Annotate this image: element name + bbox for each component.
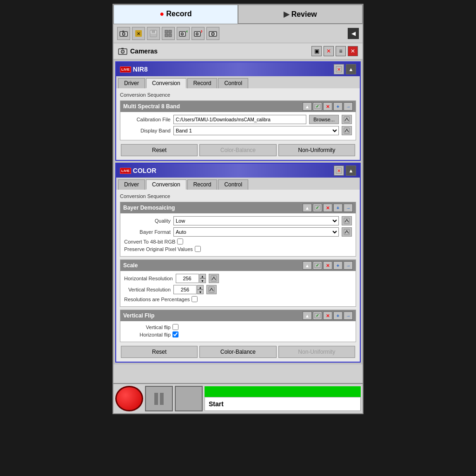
bayer-preserve-label: Preserve Original Pixel Values bbox=[124, 246, 193, 252]
bayer-preserve-row: Preserve Original Pixel Values bbox=[124, 246, 352, 252]
toolbar-btn-grid[interactable] bbox=[162, 27, 175, 40]
nir8-colorbalance-btn[interactable]: Color-Balance bbox=[199, 144, 276, 156]
nir8-calibration-input[interactable] bbox=[173, 115, 306, 124]
nir8-browse-btn[interactable]: Browse... bbox=[309, 115, 339, 124]
stop-btn-large[interactable] bbox=[175, 386, 203, 411]
bayer-add[interactable]: + bbox=[333, 204, 343, 212]
scale-add[interactable]: + bbox=[333, 261, 343, 270]
color-tab-control[interactable]: Control bbox=[218, 179, 248, 190]
nir8-ms8band-delete[interactable]: ✕ bbox=[323, 102, 332, 111]
toolbar-btn-settings[interactable]: ✕ bbox=[132, 27, 145, 40]
scale-hres-spinbox: ▲ ▼ bbox=[176, 274, 206, 283]
cameras-ctrl-close[interactable]: ✕ bbox=[348, 46, 358, 56]
bayer-move[interactable]: → bbox=[344, 204, 353, 212]
start-label[interactable]: Start bbox=[205, 397, 361, 411]
vflip-delete[interactable]: ✕ bbox=[323, 311, 332, 320]
color-panel-body: Conversion Sequence Bayer Demosaicing ▲ … bbox=[116, 190, 360, 362]
scale-hres-icon-btn[interactable] bbox=[209, 274, 219, 283]
vflip-hflip-label: Horizontal flip bbox=[124, 332, 171, 337]
svg-rect-11 bbox=[169, 34, 172, 37]
bayer-format-label: Bayer Format bbox=[124, 229, 171, 235]
tab-record[interactable]: ● Record bbox=[113, 5, 238, 24]
color-nonuniformity-btn[interactable]: Non-Uniformity bbox=[278, 346, 355, 358]
svg-rect-22 bbox=[121, 48, 124, 49]
scale-vres-icon-btn[interactable] bbox=[206, 285, 217, 294]
toolbar-btn-add-camera[interactable]: + bbox=[177, 27, 190, 40]
color-tab-driver[interactable]: Driver bbox=[118, 179, 145, 190]
svg-rect-2 bbox=[122, 31, 124, 32]
svg-rect-10 bbox=[165, 34, 168, 37]
color-tab-conversion[interactable]: Conversion bbox=[146, 179, 186, 190]
bayer-quality-select[interactable]: Low bbox=[173, 216, 339, 225]
color-tab-record[interactable]: Record bbox=[187, 179, 218, 190]
scale-up[interactable]: ▲ bbox=[303, 261, 312, 270]
vflip-hflip-checkbox[interactable] bbox=[172, 331, 178, 337]
tab-review-label: Review bbox=[291, 10, 317, 18]
toolbar-btn-remove-camera[interactable]: ✕ bbox=[192, 27, 205, 40]
record-dot: ● bbox=[159, 10, 166, 18]
nir8-live-badge: LIVE bbox=[120, 66, 131, 73]
scale-hres-down[interactable]: ▼ bbox=[199, 278, 206, 283]
bayer-delete[interactable]: ✕ bbox=[323, 204, 332, 212]
scale-hres-up[interactable]: ▲ bbox=[199, 274, 206, 278]
nir8-collapse-btn[interactable]: ▲ bbox=[346, 64, 356, 74]
nir8-tab-conversion[interactable]: Conversion bbox=[146, 78, 186, 88]
scale-vres-input[interactable] bbox=[173, 285, 197, 294]
nir8-ms8band-move[interactable]: → bbox=[344, 102, 353, 111]
color-remove-btn[interactable]: ✕ bbox=[334, 165, 344, 176]
bayer-quality-icon-btn[interactable] bbox=[342, 216, 352, 225]
vflip-add[interactable]: + bbox=[333, 311, 343, 320]
nir8-ms8band-check[interactable]: ✓ bbox=[313, 102, 322, 111]
color-collapse-btn[interactable]: ▲ bbox=[346, 165, 356, 176]
toolbar-btn-save[interactable] bbox=[147, 27, 160, 40]
svg-rect-6 bbox=[152, 30, 155, 33]
bayer-format-select[interactable]: Auto bbox=[173, 227, 339, 237]
scale-vres-down[interactable]: ▼ bbox=[197, 290, 204, 294]
scale-hres-input[interactable] bbox=[176, 274, 199, 283]
scale-vres-arrows: ▲ ▼ bbox=[197, 285, 204, 294]
nir8-reset-btn[interactable]: Reset bbox=[121, 144, 198, 156]
nir8-nonuniformity-btn[interactable]: Non-Uniformity bbox=[278, 144, 355, 156]
empty-area bbox=[113, 364, 363, 383]
bayer-format-icon-btn[interactable] bbox=[342, 227, 352, 237]
nir8-calibration-icon-btn[interactable] bbox=[342, 115, 352, 124]
svg-text:✕: ✕ bbox=[337, 67, 341, 72]
color-colorbalance-btn[interactable]: Color-Balance bbox=[199, 346, 276, 358]
toolbar-btn-camera[interactable] bbox=[117, 27, 130, 40]
tab-review[interactable]: ▶ Review bbox=[238, 5, 363, 24]
bayer-check[interactable]: ✓ bbox=[313, 204, 322, 212]
nir8-tab-driver[interactable]: Driver bbox=[118, 78, 145, 88]
svg-point-13 bbox=[181, 33, 184, 35]
toolbar-back-btn[interactable]: ◀ bbox=[348, 28, 359, 39]
bayer-btns: ▲ ✓ ✕ + → bbox=[303, 204, 353, 212]
cameras-ctrl-menu[interactable]: ≡ bbox=[336, 46, 346, 56]
scale-delete[interactable]: ✕ bbox=[323, 261, 332, 270]
cameras-ctrl-remove[interactable]: ✕ bbox=[324, 46, 334, 56]
cameras-icon bbox=[118, 47, 127, 55]
scale-check[interactable]: ✓ bbox=[313, 261, 322, 270]
bayer-up[interactable]: ▲ bbox=[303, 204, 312, 212]
cameras-ctrl-monitor[interactable]: ▣ bbox=[311, 46, 322, 56]
vflip-move[interactable]: → bbox=[344, 311, 353, 320]
nir8-displayband-icon-btn[interactable] bbox=[342, 126, 352, 135]
nir8-ms8band-add[interactable]: + bbox=[333, 102, 343, 111]
vflip-body: Vertical flip Horizontal flip bbox=[120, 321, 356, 342]
nir8-displayband-select[interactable]: Band 1 bbox=[173, 126, 339, 135]
vflip-check[interactable]: ✓ bbox=[313, 311, 322, 320]
vflip-up[interactable]: ▲ bbox=[303, 311, 312, 320]
color-reset-btn[interactable]: Reset bbox=[121, 346, 198, 358]
nir8-tab-record[interactable]: Record bbox=[187, 78, 218, 88]
scale-move[interactable]: → bbox=[344, 261, 353, 270]
scale-percentages-checkbox[interactable] bbox=[192, 296, 198, 302]
scale-hres-arrows: ▲ ▼ bbox=[199, 274, 206, 283]
pause-btn-large[interactable] bbox=[145, 386, 173, 411]
toolbar-btn-camera2[interactable] bbox=[206, 27, 219, 40]
nir8-ms8band-up[interactable]: ▲ bbox=[303, 102, 312, 111]
bayer-preserve-checkbox[interactable] bbox=[195, 246, 201, 252]
nir8-tab-control[interactable]: Control bbox=[218, 78, 248, 88]
record-btn-large[interactable] bbox=[115, 386, 143, 411]
vflip-vflip-checkbox[interactable] bbox=[172, 324, 178, 330]
scale-vres-up[interactable]: ▲ bbox=[197, 285, 204, 290]
nir8-remove-btn[interactable]: ✕ bbox=[334, 64, 344, 74]
bayer-convert48-checkbox[interactable] bbox=[177, 238, 183, 245]
